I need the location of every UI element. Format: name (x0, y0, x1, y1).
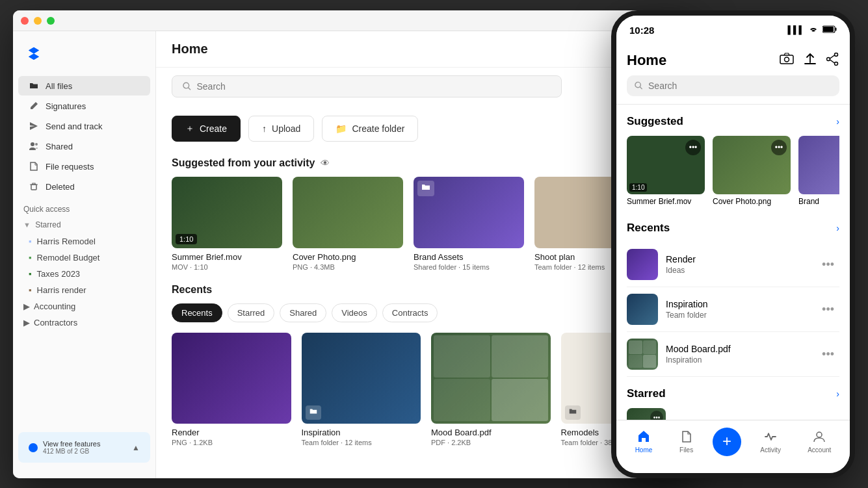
render-name: Render (172, 428, 291, 437)
quick-access-label: Quick access (13, 197, 155, 218)
mobile-mood-board-name: Mood Board.pdf (666, 344, 809, 354)
minimize-dot[interactable] (34, 17, 42, 25)
mobile-cover-more-icon[interactable]: ••• (771, 140, 787, 155)
folder-icon-remodels (568, 407, 577, 416)
mobile-nav-account[interactable]: Account (800, 424, 839, 459)
starred-remodel-budget[interactable]: ▪ Remodel Budget (13, 250, 155, 266)
mobile-nav-files[interactable]: Files (672, 424, 702, 459)
mobile-render-name: Render (666, 254, 809, 264)
search-bar[interactable] (172, 75, 562, 97)
desktop: All files Signatures Send and track (0, 0, 868, 488)
mobile-starred-inspiration-team[interactable]: ••• Inspiration Team folder (627, 408, 752, 420)
svg-point-13 (817, 432, 822, 437)
search-input[interactable] (196, 81, 551, 92)
mood-board-name: Mood Board.pdf (431, 428, 551, 437)
tab-videos[interactable]: Videos (332, 303, 377, 322)
summer-brief-meta: MOV · 1:10 (172, 263, 282, 271)
eye-icon[interactable]: 👁 (321, 158, 330, 168)
mobile-time-badge: 1:10 (629, 183, 647, 192)
status-time: 10:28 (629, 25, 654, 36)
mobile-starred-items: ••• Inspiration Team folder (627, 408, 839, 420)
sidebar-footer[interactable]: View free features 412 MB of 2 GB ▲ (18, 432, 150, 463)
mobile-cover-photo-name: Cover Photo.png (713, 197, 791, 206)
mobile-suggested-title: Suggested (627, 115, 683, 128)
folder-icon-inspiration (309, 407, 318, 416)
mobile-nav-home[interactable]: Home (627, 424, 661, 459)
mobile-header-row: Home (627, 52, 839, 69)
status-icons: ▌▌▌ (787, 25, 837, 35)
window-body: All files Signatures Send and track (13, 31, 696, 478)
upload-mobile-icon[interactable] (804, 53, 816, 69)
contractors-item[interactable]: ▶ Contractors (13, 315, 155, 331)
wifi-icon (808, 25, 819, 35)
mobile-inspiration-sub: Team folder (666, 311, 809, 320)
mobile-nav-activity[interactable]: Activity (752, 424, 789, 459)
camera-icon[interactable] (780, 53, 794, 69)
mobile-search-bar[interactable] (627, 75, 839, 96)
starred-harris-render[interactable]: ▪ Harris render (13, 282, 155, 298)
sidebar-item-deleted[interactable]: Deleted (18, 177, 150, 196)
starred-label: ▼ Starred (13, 218, 155, 233)
mobile-brand-thumb: ••• (798, 136, 839, 194)
mood-board-thumbnail (431, 333, 551, 424)
recent-item-mood-board[interactable]: Mood Board.pdf PDF · 2.2KB (431, 333, 551, 446)
mobile-nav-add-button[interactable]: + (713, 428, 741, 456)
tab-shared[interactable]: Shared (280, 303, 326, 322)
mobile-suggested-brand[interactable]: ••• Brand (798, 136, 839, 206)
mobile-suggested-cover-photo[interactable]: ••• Cover Photo.png (713, 136, 791, 206)
sidebar-item-file-requests[interactable]: File requests (18, 157, 150, 176)
sidebar-item-send-track[interactable]: Send and track (18, 116, 150, 136)
mobile-render-more-icon[interactable]: ••• (817, 255, 839, 274)
mobile-starred-see-all[interactable]: › (836, 389, 839, 399)
share-mobile-icon[interactable] (826, 53, 839, 69)
suggested-item-summer-brief[interactable]: 1:10 Summer Brief.mov MOV · 1:10 (172, 177, 282, 271)
mobile-mood-board-sub: Inspiration (666, 355, 809, 365)
starred-harris-remodel[interactable]: ▪ Harris Remodel (13, 233, 155, 250)
mobile-mood-board-more-icon[interactable]: ••• (817, 345, 839, 364)
suggested-item-cover-photo[interactable]: Cover Photo.png PNG · 4.3MB (293, 177, 403, 271)
tab-starred[interactable]: Starred (228, 303, 275, 322)
mobile-summer-brief-thumb: ••• 1:10 (627, 136, 705, 194)
close-dot[interactable] (21, 17, 29, 25)
upload-button[interactable]: ↑ Upload (248, 116, 314, 142)
signal-icon: ▌▌▌ (787, 25, 804, 34)
svg-point-1 (35, 143, 38, 146)
accounting-item[interactable]: ▶ Accounting (13, 298, 155, 315)
starred-taxes-2023[interactable]: ▪ Taxes 2023 (13, 266, 155, 282)
recents-grid: Render PNG · 1.2KB Inspiration Team fold… (172, 333, 680, 446)
mobile-inspiration-more-icon[interactable]: ••• (817, 300, 839, 319)
svg-rect-2 (31, 185, 36, 190)
mobile-search-input[interactable] (648, 81, 832, 91)
mobile-starred-title: Starred (627, 387, 666, 400)
inspiration-name: Inspiration (302, 428, 421, 437)
create-folder-button[interactable]: 📁 Create folder (322, 116, 418, 142)
sidebar-logo (13, 42, 155, 75)
video-duration-badge: 1:10 (176, 234, 197, 244)
mobile-body: Suggested › ••• 1:10 Summer Brief.mov (616, 105, 850, 420)
recent-item-inspiration[interactable]: Inspiration Team folder · 12 items (302, 333, 421, 446)
mobile-nav-files-label: Files (679, 446, 693, 454)
svg-point-8 (785, 57, 789, 62)
create-button[interactable]: ＋ Create (172, 116, 241, 142)
sidebar-item-signatures[interactable]: Signatures (18, 96, 150, 116)
suggested-item-brand-assets[interactable]: Brand Assets Shared folder · 15 items (414, 177, 524, 271)
svg-point-12 (635, 82, 640, 87)
recent-item-render[interactable]: Render PNG · 1.2KB (172, 333, 291, 446)
mobile-more-icon[interactable]: ••• (685, 140, 701, 155)
sidebar-item-shared[interactable]: Shared (18, 136, 150, 156)
mobile-title: Home (627, 52, 666, 69)
mobile-recent-render[interactable]: Render Ideas ••• (627, 242, 839, 287)
tab-recents[interactable]: Recents (172, 303, 222, 322)
mobile-render-info: Render Ideas (666, 254, 809, 275)
mobile-recents-see-all[interactable]: › (836, 223, 839, 233)
mobile-suggested-see-all[interactable]: › (836, 116, 839, 127)
sidebar-item-all-files[interactable]: All files (18, 76, 150, 96)
tab-contracts[interactable]: Contracts (382, 303, 438, 322)
mobile-recent-mood-board[interactable]: Mood Board.pdf Inspiration ••• (627, 332, 839, 377)
mobile-recent-inspiration[interactable]: Inspiration Team folder ••• (627, 287, 839, 332)
cover-photo-thumbnail (293, 177, 403, 248)
maximize-dot[interactable] (47, 17, 55, 25)
mobile-suggested-summer-brief[interactable]: ••• 1:10 Summer Brief.mov (627, 136, 705, 206)
brand-assets-meta: Shared folder · 15 items (414, 263, 524, 271)
summer-brief-name: Summer Brief.mov (172, 252, 282, 262)
